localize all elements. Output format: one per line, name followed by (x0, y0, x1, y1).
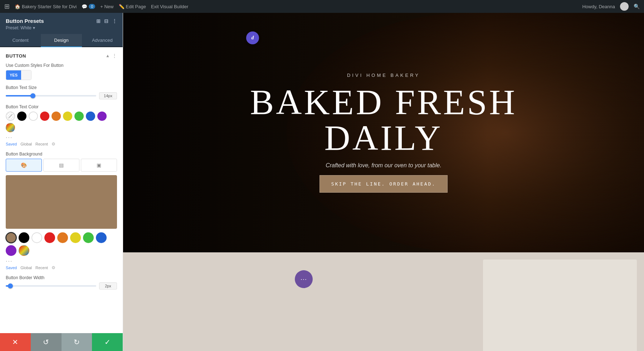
save-icon: ✓ (104, 338, 111, 346)
save-button[interactable]: ✓ (92, 333, 123, 351)
hero-section: DIVI HOME BAKERY BAKED FRESH DAILY Craft… (123, 13, 644, 252)
redo-button[interactable]: ↻ (62, 333, 92, 351)
text-color-row: Button Text Color (6, 104, 117, 147)
divi-float-button[interactable]: d (246, 31, 259, 44)
bg-global-tab[interactable]: Global (20, 266, 32, 270)
bg-white-swatch[interactable] (31, 232, 42, 243)
main-layout: Button Presets ⊞ ⊟ ⋮ Preset: White ▾ Con… (0, 13, 644, 351)
saved-colors-tab[interactable]: Saved (6, 142, 17, 146)
more-colors-toggle[interactable]: ··· (6, 134, 117, 141)
undo-button[interactable]: ↺ (31, 333, 62, 351)
exit-builder-link[interactable]: Exit Visual Builder (151, 4, 189, 9)
collapse-icon[interactable]: ▲ (106, 53, 110, 58)
bg-saved-tab[interactable]: Saved (6, 266, 17, 270)
tab-design[interactable]: Design (41, 34, 82, 47)
search-icon[interactable]: 🔍 (634, 4, 640, 9)
section-more-icon[interactable]: ⋮ (112, 53, 117, 59)
panel-title-text: Button Presets (6, 18, 44, 24)
toggle-yes-btn[interactable]: YES (6, 70, 21, 80)
bg-brown-swatch[interactable] (6, 232, 16, 243)
admin-bar-left: ⊞ 🏠 Bakery Starter Site for Divi 💬 0 + N… (4, 3, 576, 10)
tab-content[interactable]: Content (0, 34, 41, 47)
more-options-icon[interactable]: ⋮ (112, 18, 117, 24)
admin-bar: ⊞ 🏠 Bakery Starter Site for Divi 💬 0 + N… (0, 0, 644, 13)
text-size-slider-track[interactable] (6, 95, 96, 97)
copy-icon[interactable]: ⊞ (96, 18, 101, 24)
bg-settings-icon[interactable]: ⚙ (52, 265, 55, 270)
hero-title-line2: DAILY (324, 118, 443, 158)
edit-icon: ✏️ (119, 4, 125, 9)
bg-red-swatch[interactable] (44, 232, 55, 243)
orange-color-swatch[interactable] (52, 112, 61, 121)
text-size-slider-thumb[interactable] (30, 93, 35, 98)
recent-colors-tab[interactable]: Recent (35, 142, 48, 146)
panel-preset-row: Preset: White ▾ (6, 25, 117, 30)
text-size-value[interactable]: 14px (99, 92, 117, 99)
custom-styles-label: Use Custom Styles For Button (6, 63, 117, 68)
bg-custom-swatch[interactable] (19, 245, 29, 256)
purple-bubble-button[interactable]: ··· (295, 270, 313, 288)
user-avatar[interactable] (620, 2, 629, 11)
border-width-slider-row: 2px (6, 282, 117, 290)
close-button[interactable]: ✕ (0, 333, 31, 351)
hero-cta-button[interactable]: SKIP THE LINE. ORDER AHEAD. (319, 175, 448, 193)
transparent-color-swatch[interactable] (6, 112, 15, 121)
black-color-swatch[interactable] (17, 112, 26, 121)
yellow-color-swatch[interactable] (63, 112, 72, 121)
red-color-swatch[interactable] (40, 112, 49, 121)
color-settings-icon[interactable]: ⚙ (52, 142, 55, 147)
bg-black-swatch[interactable] (19, 232, 29, 243)
comment-count-badge: 0 (89, 4, 95, 9)
green-color-swatch[interactable] (74, 112, 84, 121)
bg-purple-swatch[interactable] (6, 245, 16, 256)
tab-advanced[interactable]: Advanced (82, 34, 123, 47)
color-meta-row: Saved Global Recent ⚙ (6, 142, 117, 147)
bg-solid-btn[interactable]: 🎨 (6, 159, 42, 172)
custom-color-swatch[interactable] (6, 123, 15, 132)
bg-color-meta-row: Saved Global Recent ⚙ (6, 265, 117, 270)
global-colors-tab[interactable]: Global (20, 142, 32, 146)
site-name-text: Bakery Starter Site for Divi (22, 4, 77, 9)
purple-color-swatch[interactable] (97, 112, 107, 121)
border-width-slider-track[interactable] (6, 285, 96, 287)
preset-label: Preset: White (6, 25, 31, 30)
border-width-row: Button Border Width 2px (6, 275, 117, 290)
border-width-value[interactable]: 2px (99, 282, 117, 290)
panel-content: Button ▲ ⋮ Use Custom Styles For Button … (0, 47, 123, 333)
bg-recent-tab[interactable]: Recent (35, 266, 48, 270)
section-title: Button (6, 53, 26, 59)
site-name-wp-icon: 🏠 (15, 4, 20, 9)
redo-icon: ↻ (74, 338, 80, 346)
below-hero-card (483, 259, 637, 351)
toggle-no-btn[interactable] (21, 70, 31, 80)
edit-page-link[interactable]: ✏️ Edit Page (119, 4, 146, 9)
blue-color-swatch[interactable] (86, 112, 95, 121)
bg-orange-swatch[interactable] (57, 232, 68, 243)
bg-image-btn[interactable]: ▣ (81, 159, 117, 172)
color-preview-large[interactable] (6, 175, 117, 229)
text-size-slider-fill (6, 95, 33, 97)
custom-styles-row: Use Custom Styles For Button YES (6, 63, 117, 80)
bg-row: Button Background 🎨 ▤ ▣ (6, 152, 117, 270)
bg-green-swatch[interactable] (83, 232, 94, 243)
yes-no-toggle[interactable]: YES (6, 70, 31, 80)
wp-logo-icon[interactable]: ⊞ (4, 3, 10, 10)
new-link[interactable]: + New (100, 4, 113, 9)
white-color-swatch[interactable] (29, 112, 38, 121)
comments-link[interactable]: 💬 0 (82, 4, 95, 9)
border-width-label: Button Border Width (6, 275, 117, 280)
preset-chevron-icon: ▾ (33, 25, 35, 30)
below-hero-section: ··· BAKED FRESH DAILY (123, 252, 644, 351)
text-color-label: Button Text Color (6, 104, 117, 109)
bg-swatches-row (6, 232, 117, 256)
layout-icon[interactable]: ⊟ (104, 18, 108, 24)
more-bg-colors-toggle[interactable]: ··· (6, 258, 117, 265)
bg-gradient-btn[interactable]: ▤ (43, 159, 79, 172)
hero-subtitle: DIVI HOME BAKERY (347, 73, 420, 78)
bg-yellow-swatch[interactable] (70, 232, 81, 243)
border-width-slider-thumb[interactable] (8, 283, 13, 288)
panel-title-icons: ⊞ ⊟ ⋮ (96, 18, 117, 24)
hero-title: BAKED FRESH DAILY (250, 84, 517, 156)
bg-blue-swatch[interactable] (96, 232, 107, 243)
site-name-link[interactable]: 🏠 Bakery Starter Site for Divi (15, 4, 77, 9)
